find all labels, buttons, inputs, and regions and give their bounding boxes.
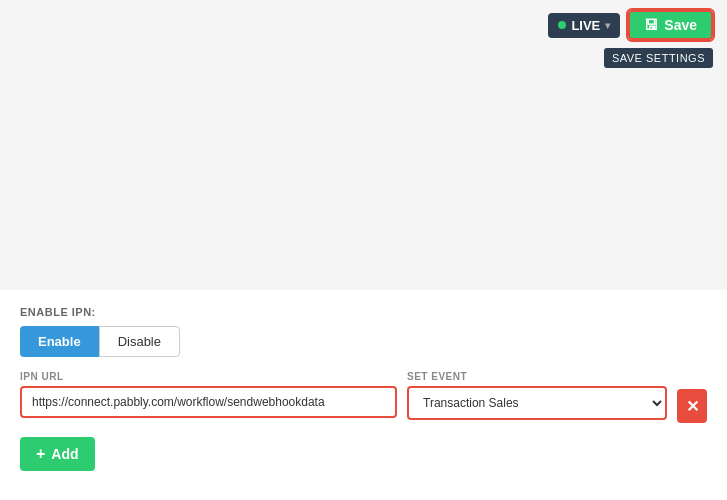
set-event-group: SET EVENT Transaction Sales: [407, 371, 667, 420]
delete-button[interactable]: ✕: [677, 389, 707, 423]
ipn-url-input[interactable]: [20, 386, 397, 418]
set-event-label: SET EVENT: [407, 371, 667, 382]
add-label: Add: [51, 446, 78, 462]
enable-button[interactable]: Enable: [20, 326, 99, 357]
save-button[interactable]: 🖫 Save: [628, 10, 713, 40]
save-icon: 🖫: [644, 17, 658, 33]
fields-row: IPN URL SET EVENT Transaction Sales ✕: [20, 371, 707, 423]
disable-button[interactable]: Disable: [99, 326, 180, 357]
enable-ipn-label: ENABLE IPN:: [20, 306, 707, 318]
toggle-group: Enable Disable: [20, 326, 707, 357]
bottom-panel: ENABLE IPN: Enable Disable IPN URL SET E…: [0, 290, 727, 487]
live-badge[interactable]: LIVE ▾: [548, 13, 620, 38]
ipn-url-group: IPN URL: [20, 371, 397, 418]
ipn-url-label: IPN URL: [20, 371, 397, 382]
top-bar: LIVE ▾ 🖫 Save SAVE SETTINGS: [534, 0, 727, 50]
live-label: LIVE: [571, 18, 600, 33]
set-event-select[interactable]: Transaction Sales: [407, 386, 667, 420]
chevron-down-icon: ▾: [605, 20, 610, 31]
delete-icon: ✕: [686, 397, 699, 416]
save-label: Save: [664, 17, 697, 33]
add-button[interactable]: + Add: [20, 437, 95, 471]
add-plus-icon: +: [36, 445, 45, 463]
save-settings-tooltip: SAVE SETTINGS: [604, 48, 713, 68]
main-content: ENABLE IPN: Enable Disable IPN URL SET E…: [0, 0, 727, 500]
live-dot-icon: [558, 21, 566, 29]
